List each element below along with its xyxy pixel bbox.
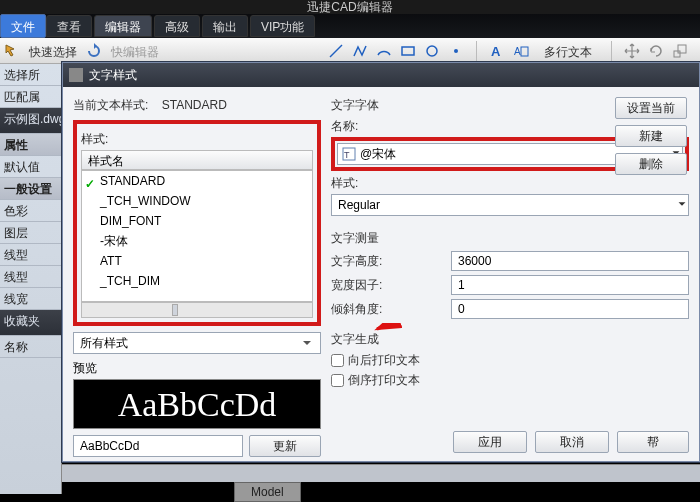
dialog-icon (69, 68, 83, 82)
menu-editor[interactable]: 编辑器 (94, 15, 152, 37)
style-list-header[interactable]: 样式名 (81, 150, 313, 170)
layer-row[interactable]: 图层 (0, 222, 61, 244)
svg-rect-8 (678, 45, 686, 53)
general-section[interactable]: 一般设置 (0, 178, 61, 200)
file-header: 示例图.dwg (0, 108, 61, 134)
dialog-title: 文字样式 (89, 63, 137, 87)
backward-checkbox[interactable]: 向后打印文本 (331, 352, 689, 369)
preview-box: AaBbCcDd (73, 379, 321, 429)
svg-point-3 (454, 49, 458, 53)
move-tool-icon[interactable] (624, 43, 640, 59)
current-style-label: 当前文本样式: (73, 98, 148, 112)
mtext-tool-icon[interactable]: A (513, 43, 529, 59)
point-tool-icon[interactable] (448, 43, 464, 59)
menubar: 文件 查看 编辑器 高级 输出 VIP功能 (0, 14, 700, 38)
quick-select-button[interactable]: 快速选择 (22, 41, 84, 61)
svg-text:A: A (491, 44, 501, 59)
quick-editor-button[interactable]: 快编辑器 (104, 41, 166, 61)
menu-advanced[interactable]: 高级 (154, 15, 200, 37)
svg-line-0 (330, 45, 342, 57)
rect-tool-icon[interactable] (400, 43, 416, 59)
svg-text:T: T (344, 150, 350, 160)
canvas-hscrollbar[interactable] (62, 464, 700, 482)
style-item-standard[interactable]: ✓STANDARD (82, 171, 312, 191)
gen-group-label: 文字生成 (331, 331, 689, 348)
cancel-button[interactable]: 取消 (535, 431, 609, 453)
circle-tool-icon[interactable] (424, 43, 440, 59)
chevron-down-icon (676, 198, 688, 213)
style-item[interactable]: ATT (82, 251, 312, 271)
menu-output[interactable]: 输出 (202, 15, 248, 37)
style-item[interactable]: _TCH_WINDOW (82, 191, 312, 211)
style-item[interactable]: DIM_FONT (82, 211, 312, 231)
style-item[interactable]: _TCH_DIM (82, 271, 312, 291)
style-list[interactable]: ✓STANDARD _TCH_WINDOW DIM_FONT -宋体 ATT _… (81, 170, 313, 302)
style-group-label: 样式: (81, 128, 313, 150)
match-prop-row[interactable]: 匹配属 (0, 86, 61, 108)
style-list-scrollbar[interactable] (81, 302, 313, 318)
truetype-icon: T (342, 147, 356, 161)
favorites-header: 收藏夹 (0, 310, 61, 336)
rotate-tool-icon[interactable] (648, 43, 664, 59)
delete-button[interactable]: 删除 (615, 153, 687, 175)
left-panel: 选择所 匹配属 示例图.dwg 属性 默认值 一般设置 色彩 图层 线型 线型 … (0, 64, 62, 494)
svg-rect-7 (674, 51, 680, 57)
apply-button[interactable]: 应用 (453, 431, 527, 453)
height-input[interactable] (451, 251, 689, 271)
text-style-dialog: 文字样式 当前文本样式: STANDARD 样式: 样式名 ✓STANDARD … (62, 62, 700, 462)
width-label: 宽度因子: (331, 277, 451, 294)
scale-tool-icon[interactable] (672, 43, 688, 59)
preview-input[interactable] (73, 435, 243, 457)
color-row[interactable]: 色彩 (0, 200, 61, 222)
text-tool-icon[interactable]: A (489, 43, 505, 59)
linetype-row[interactable]: 线型 (0, 244, 61, 266)
refresh-icon[interactable] (86, 43, 102, 59)
oblique-label: 倾斜角度: (331, 301, 451, 318)
select-all-row[interactable]: 选择所 (0, 64, 61, 86)
arc-tool-icon[interactable] (376, 43, 392, 59)
svg-rect-6 (521, 47, 528, 56)
defaults-row[interactable]: 默认值 (0, 156, 61, 178)
oblique-input[interactable] (451, 299, 689, 319)
lineweight-row[interactable]: 线宽 (0, 288, 61, 310)
menu-vip[interactable]: VIP功能 (250, 15, 315, 37)
svg-rect-1 (402, 47, 414, 55)
measure-group-label: 文字测量 (331, 230, 689, 247)
style-item[interactable]: -宋体 (82, 231, 312, 251)
svg-text:A: A (514, 46, 521, 57)
style-filter-select[interactable]: 所有样式 (73, 332, 321, 354)
help-button[interactable]: 帮 (617, 431, 689, 453)
width-input[interactable] (451, 275, 689, 295)
properties-section[interactable]: 属性 (0, 134, 61, 156)
quick-select-icon (4, 43, 20, 59)
font-style-select[interactable]: Regular (331, 194, 689, 216)
linetype2-row[interactable]: 线型 (0, 266, 61, 288)
dialog-titlebar[interactable]: 文字样式 (63, 63, 699, 87)
ribbon: 快速选择 快编辑器 A A 多行文本 (0, 38, 700, 64)
font-style-label: 样式: (331, 175, 689, 192)
upsidedown-checkbox[interactable]: 倒序打印文本 (331, 372, 689, 389)
menu-view[interactable]: 查看 (46, 15, 92, 37)
multiline-text-button[interactable]: 多行文本 (537, 41, 599, 61)
menu-file[interactable]: 文件 (0, 14, 46, 38)
line-tool-icon[interactable] (328, 43, 344, 59)
svg-point-2 (427, 46, 437, 56)
height-label: 文字高度: (331, 253, 451, 270)
polyline-tool-icon[interactable] (352, 43, 368, 59)
app-titlebar: 迅捷CAD编辑器 (0, 0, 700, 14)
set-current-button[interactable]: 设置当前 (615, 97, 687, 119)
model-tab[interactable]: Model (234, 482, 301, 502)
new-button[interactable]: 新建 (615, 125, 687, 147)
name-row[interactable]: 名称 (0, 336, 61, 358)
chevron-down-icon (300, 336, 314, 350)
current-style-value: STANDARD (162, 98, 227, 112)
preview-label: 预览 (73, 360, 321, 377)
update-button[interactable]: 更新 (249, 435, 321, 457)
